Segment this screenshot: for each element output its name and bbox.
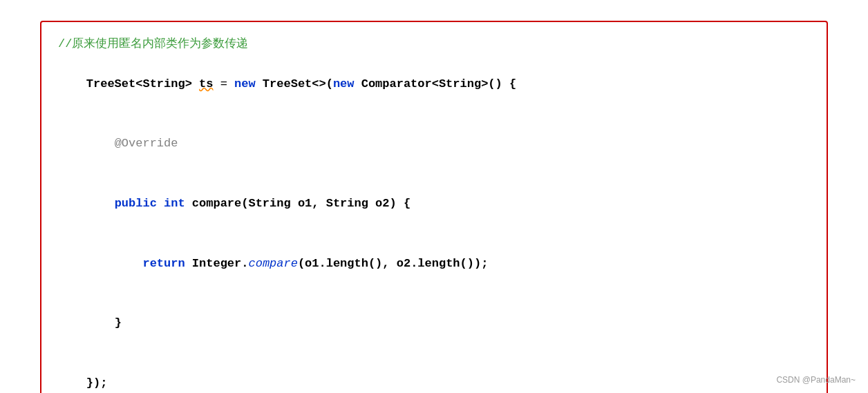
code-line-2: @Override bbox=[58, 115, 810, 175]
text-treeset2: TreeSet<>( bbox=[256, 77, 333, 90]
indent2 bbox=[86, 137, 115, 150]
code-line-6: }); bbox=[58, 354, 810, 393]
var-ts: ts bbox=[199, 77, 213, 90]
code-line-3: public int compare(String o1, String o2)… bbox=[58, 174, 810, 234]
watermark: CSDN @PandaMan~ bbox=[776, 375, 856, 385]
text-comparator: Comparator<String>() { bbox=[355, 77, 517, 90]
code-line-5: } bbox=[58, 294, 810, 354]
text-close-brace: } bbox=[115, 316, 122, 329]
kw-int: int bbox=[164, 197, 185, 210]
text-treeset: TreeSet<String> bbox=[86, 77, 199, 90]
text-compare-sig: compare(String o1, String o2) { bbox=[185, 197, 411, 210]
comment-1: //原来使用匿名内部类作为参数传递 bbox=[58, 35, 810, 55]
text-integer: Integer. bbox=[185, 257, 249, 270]
indent4 bbox=[86, 257, 143, 270]
kw-public: public bbox=[115, 197, 157, 210]
code-block-1: //原来使用匿名内部类作为参数传递 TreeSet<String> ts = n… bbox=[40, 21, 828, 393]
kw-return: return bbox=[142, 257, 185, 270]
text-eq: = bbox=[213, 77, 234, 90]
text-close-paren: }); bbox=[86, 376, 108, 390]
kw-new2: new bbox=[333, 77, 355, 90]
indent5 bbox=[86, 316, 115, 329]
space3a bbox=[157, 197, 164, 210]
code-line-4: return Integer.compare(o1.length(), o2.l… bbox=[58, 234, 810, 294]
indent3 bbox=[86, 197, 115, 210]
kw-new1: new bbox=[234, 77, 256, 90]
code-line-1: TreeSet<String> ts = new TreeSet<>(new C… bbox=[58, 55, 810, 115]
method-compare1: compare bbox=[248, 257, 297, 270]
annotation-override: @Override bbox=[115, 137, 178, 150]
text-args1: (o1.length(), o2.length()); bbox=[298, 257, 488, 270]
